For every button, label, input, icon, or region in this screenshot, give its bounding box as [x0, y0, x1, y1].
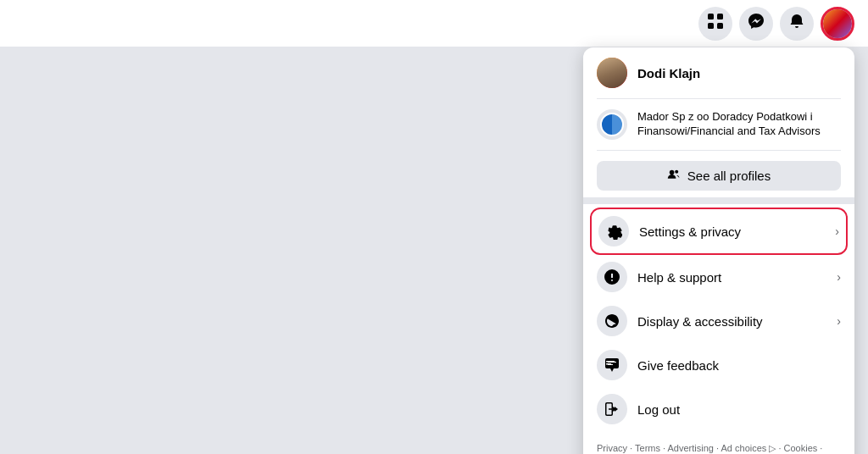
help-icon [597, 262, 627, 292]
company-name: Mador Sp z oo Doradcy Podatkowi i Finans… [637, 110, 841, 139]
dropdown-menu: Dodi Klajn Mador Sp z oo Doradcy Podatko… [583, 47, 854, 454]
menu-items-list: Settings & privacy › Help & support › [583, 204, 854, 435]
messenger-icon [748, 13, 765, 34]
svg-rect-3 [717, 23, 723, 29]
logout-icon [597, 394, 627, 424]
display-label: Display & accessibility [637, 314, 826, 329]
nav-bar [0, 0, 868, 47]
menu-item-settings[interactable]: Settings & privacy › [590, 208, 848, 255]
svg-rect-1 [717, 14, 723, 19]
see-all-profiles-label: See all profiles [687, 169, 771, 183]
avatar-button[interactable] [821, 7, 854, 41]
company-row[interactable]: Mador Sp z oo Doradcy Podatkowi i Finans… [597, 99, 841, 151]
page-wrapper: Dodi Klajn Mador Sp z oo Doradcy Podatko… [0, 0, 868, 454]
menu-item-logout[interactable]: Log out [590, 387, 848, 431]
settings-icon [598, 216, 629, 246]
display-icon [597, 306, 627, 336]
display-chevron: › [837, 314, 841, 328]
user-avatar-inner [597, 58, 627, 88]
help-chevron: › [837, 270, 841, 284]
svg-point-5 [675, 170, 678, 174]
svg-rect-7 [606, 361, 615, 363]
menu-item-feedback[interactable]: Give feedback [590, 343, 848, 387]
company-logo [600, 113, 624, 136]
menu-item-display[interactable]: Display & accessibility › [590, 299, 848, 343]
grid-icon [707, 13, 724, 34]
user-profile-row[interactable]: Dodi Klajn [597, 58, 841, 99]
user-avatar [597, 58, 627, 88]
feedback-icon [597, 350, 627, 380]
user-name: Dodi Klajn [637, 66, 700, 80]
settings-label: Settings & privacy [639, 224, 825, 239]
settings-chevron: › [835, 224, 839, 238]
menu-item-help[interactable]: Help & support › [590, 255, 848, 299]
help-label: Help & support [637, 270, 826, 285]
nav-avatar [823, 8, 852, 39]
svg-point-4 [670, 170, 675, 175]
messenger-icon-button[interactable] [739, 7, 773, 41]
svg-rect-8 [606, 363, 611, 365]
user-section: Dodi Klajn Mador Sp z oo Doradcy Podatko… [583, 47, 854, 151]
section-divider [583, 197, 854, 204]
footer-text: Privacy · Terms · Advertising · Ad choic… [597, 443, 822, 454]
logout-label: Log out [637, 402, 841, 417]
svg-rect-0 [708, 14, 714, 19]
profiles-icon [667, 168, 681, 184]
company-avatar [597, 109, 627, 140]
svg-rect-2 [708, 23, 714, 29]
bell-icon-button[interactable] [780, 7, 814, 41]
footer-links: Privacy · Terms · Advertising · Ad choic… [583, 435, 854, 454]
bell-icon [788, 13, 805, 34]
grid-icon-button[interactable] [698, 7, 732, 41]
feedback-label: Give feedback [637, 358, 841, 373]
see-all-profiles-button[interactable]: See all profiles [597, 161, 841, 191]
